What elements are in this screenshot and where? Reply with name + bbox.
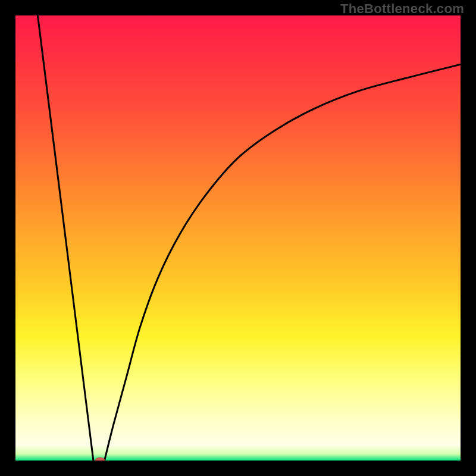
chart-frame: TheBottleneck.com [0,0,476,476]
watermark-text: TheBottleneck.com [340,1,464,17]
gradient-background [15,15,461,461]
chart-svg [15,15,461,461]
plot-area [15,15,461,461]
